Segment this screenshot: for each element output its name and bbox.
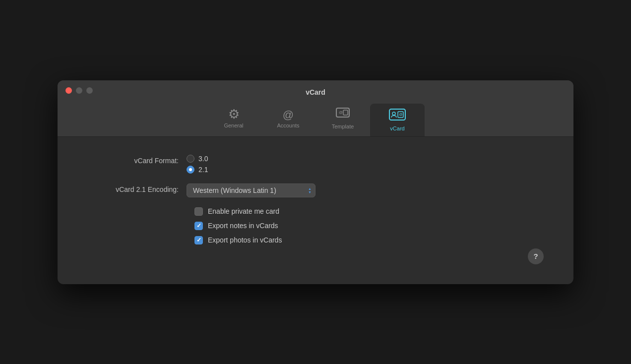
checkboxes-section: Enable private me card Export notes in v… — [194, 207, 544, 244]
tab-general-label: General — [224, 122, 243, 128]
checkbox-photos[interactable] — [194, 236, 203, 244]
template-icon: @ — [336, 108, 350, 121]
titlebar: vCard General Accounts @ — [58, 80, 573, 137]
svg-point-5 — [392, 112, 395, 115]
encoding-select-wrapper: Western (Windows Latin 1) UTF-8 ISO Lati… — [187, 183, 316, 197]
window-title: vCard — [306, 88, 325, 96]
checkbox-private-label: Enable private me card — [208, 207, 279, 215]
encoding-select[interactable]: Western (Windows Latin 1) UTF-8 ISO Lati… — [187, 183, 316, 197]
radio-30-label: 3.0 — [198, 155, 208, 163]
radio-21-label: 2.1 — [198, 166, 208, 174]
svg-rect-1 — [343, 110, 348, 115]
help-button[interactable]: ? — [528, 248, 544, 264]
minimize-button[interactable] — [76, 87, 82, 94]
vcard-icon: @ — [389, 108, 406, 123]
gear-icon — [228, 108, 240, 121]
tab-template-label: Template — [332, 123, 354, 129]
encoding-row: vCard 2.1 Encoding: Western (Windows Lat… — [87, 183, 544, 197]
format-controls: 3.0 2.1 — [187, 155, 208, 174]
checkbox-photos-row[interactable]: Export photos in vCards — [194, 236, 544, 244]
main-window: vCard General Accounts @ — [58, 80, 573, 284]
radio-21[interactable]: 2.1 — [187, 166, 208, 174]
checkbox-private-row[interactable]: Enable private me card — [194, 207, 544, 216]
checkbox-private[interactable] — [194, 207, 203, 216]
checkbox-notes-row[interactable]: Export notes in vCards — [194, 222, 544, 230]
svg-rect-3 — [389, 109, 405, 120]
radio-30-button[interactable] — [187, 155, 194, 163]
svg-text:@: @ — [399, 113, 403, 116]
tab-template[interactable]: @ Template — [316, 104, 370, 136]
maximize-button[interactable] — [86, 87, 93, 94]
toolbar: General Accounts @ Template — [206, 100, 425, 136]
format-row: vCard Format: 3.0 2.1 — [87, 155, 544, 174]
tab-accounts[interactable]: Accounts — [261, 104, 316, 136]
radio-21-button[interactable] — [187, 166, 194, 174]
encoding-label: vCard 2.1 Encoding: — [87, 183, 187, 195]
at-icon — [283, 108, 294, 121]
radio-30[interactable]: 3.0 — [187, 155, 208, 163]
svg-text:@: @ — [339, 110, 343, 115]
content-area: vCard Format: 3.0 2.1 vCard 2.1 Encoding… — [58, 137, 573, 284]
bottom-row: ? — [87, 248, 544, 264]
tab-general[interactable]: General — [206, 104, 261, 136]
titlebar-top: vCard — [65, 87, 566, 98]
checkbox-notes-label: Export notes in vCards — [208, 222, 278, 230]
checkbox-photos-label: Export photos in vCards — [208, 236, 282, 244]
tab-vcard[interactable]: @ vCard — [370, 104, 425, 136]
format-label: vCard Format: — [87, 155, 187, 166]
close-button[interactable] — [65, 87, 72, 94]
checkbox-notes[interactable] — [194, 222, 203, 230]
traffic-lights — [65, 87, 93, 94]
tab-accounts-label: Accounts — [277, 122, 299, 128]
tab-vcard-label: vCard — [390, 125, 404, 131]
